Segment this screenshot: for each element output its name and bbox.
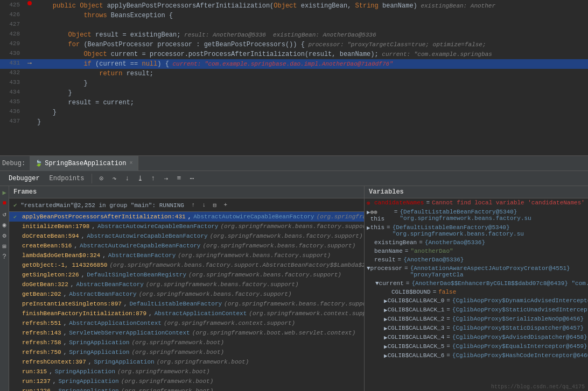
frame-item[interactable]: run:1226, SpringApplication (org.springf… [9, 386, 364, 391]
frame-method: applyBeanPostProcessorsAfterInitializati… [22, 214, 186, 220]
line-content: for (BeanPostProcessor processor : getBe… [35, 40, 588, 49]
frame-class: DefaultListableBeanFactory [129, 301, 222, 307]
expand-icon[interactable] [384, 334, 388, 341]
frame-method: getBean:202 [22, 291, 61, 297]
expand-icon[interactable] [384, 352, 388, 359]
frame-item[interactable]: initializeBean:1798, AbstractAutowireCap… [9, 222, 364, 231]
tab-debugger[interactable]: Debugger [4, 174, 44, 183]
variable-item[interactable]: current = {AnotherDao$$EnhancerByCGLIB$$… [365, 279, 588, 288]
variable-item[interactable]: result = {AnotherDao@5336} [365, 255, 588, 264]
line-gutter: → [24, 59, 35, 67]
frame-item[interactable]: lambda$doGetBean$0:324, AbstractBeanFact… [9, 251, 364, 260]
var-name: CGLIB$CALLBACK_3 [388, 325, 445, 331]
show-execution-point-btn[interactable]: ⊙ [95, 173, 107, 184]
settings-btn[interactable]: ⚙ [0, 231, 9, 240]
expand-icon[interactable] [375, 280, 379, 287]
frame-item[interactable]: refresh:758, SpringApplication (org.spri… [9, 338, 364, 347]
frame-sort-btn[interactable]: + [221, 200, 230, 210]
frame-item[interactable]: doGetBean:322, AbstractBeanFactory (org.… [9, 280, 364, 289]
frames-status: ✔ "restartedMain"@2,252 in group "main":… [13, 202, 184, 209]
evaluate-btn[interactable]: ≡ [173, 173, 185, 184]
step-into-btn[interactable]: ↓ [121, 173, 133, 184]
force-step-into-btn[interactable]: ⤓ [134, 173, 146, 184]
frame-filter-btn[interactable]: ⊟ [210, 200, 220, 210]
variable-item[interactable]: CGLIB$CALLBACK_0 = {CglibAopProxy$Dynami… [365, 296, 588, 305]
memory-btn[interactable]: ⊞ [0, 242, 9, 251]
step-over-btn[interactable]: ↷ [108, 173, 120, 184]
expand-icon[interactable] [384, 325, 388, 332]
tab-close-icon[interactable]: × [129, 160, 132, 166]
error-icon: ⊗ [367, 200, 374, 207]
var-name: CGLIB$CALLBACK_4 [388, 334, 445, 340]
frame-item[interactable]: refreshContext:397, SpringApplication (o… [9, 357, 364, 367]
expand-icon[interactable] [367, 265, 370, 272]
var-name: CGLIB$CALLBACK_1 [388, 307, 445, 313]
mute-btn[interactable]: ◉ [0, 221, 9, 229]
variables-list[interactable]: ⊗ candidateNames = Cannot find local var… [365, 198, 588, 391]
step-out-btn[interactable]: ↑ [147, 173, 159, 184]
frame-method: run:1226 [22, 388, 51, 391]
variable-item[interactable]: ⊗ candidateNames = Cannot find local var… [365, 198, 588, 208]
line-number: 434 [0, 88, 24, 95]
frame-up-btn[interactable]: ↑ [188, 200, 198, 210]
line-number: 435 [0, 98, 24, 105]
var-value: {AnotherDao@5336} [425, 239, 485, 246]
variable-item[interactable]: CGLIB$CALLBACK_4 = {CglibAopProxy$Advise… [365, 333, 588, 342]
frame-item[interactable]: createBean:516, AbstractAutowireCapableB… [9, 241, 364, 251]
var-equals: = [446, 334, 450, 340]
line-number: 431 [0, 59, 24, 66]
frame-item[interactable]: ✔ applyBeanPostProcessorsAfterInitializa… [9, 212, 364, 222]
code-line-436: 436 } [0, 108, 588, 117]
variable-item[interactable]: CGLIB$CALLBACK_2 = {CglibAopProxy$Serial… [365, 315, 588, 324]
expand-icon[interactable] [367, 224, 370, 231]
frame-class: SpringApplication [58, 388, 118, 391]
variable-item[interactable]: beanName = "anotherDao" [365, 247, 588, 255]
var-name: ⊚⊚ this [370, 209, 392, 222]
line-number: 426 [0, 11, 24, 18]
frame-item[interactable]: doCreateBean:594, AbstractAutowireCapabl… [9, 231, 364, 241]
frame-item[interactable]: finishBeanFactoryInitialization:879, Abs… [9, 309, 364, 318]
frame-item[interactable]: getSingleton:226, DefaultSingletonBeanRe… [9, 270, 364, 280]
restart-btn[interactable]: ↺ [0, 210, 9, 218]
run-to-cursor-btn[interactable]: ⇢ [160, 173, 172, 184]
tab-endpoints[interactable]: Endpoints [45, 174, 89, 183]
frame-item[interactable]: refresh:750, SpringApplication (org.spri… [9, 347, 364, 357]
variable-item[interactable]: this = {DefaultListableBeanFactory@5340}… [365, 223, 588, 238]
variable-item[interactable]: CGLIB$BOUND = false [365, 288, 588, 296]
expand-icon[interactable] [384, 307, 388, 314]
frame-item[interactable]: run:315, SpringApplication (org.springfr… [9, 367, 364, 376]
stop-btn[interactable]: ■ [0, 199, 9, 208]
resume-btn[interactable]: ▶ [0, 188, 9, 197]
frame-item[interactable]: getBean:202, AbstractBeanFactory (org.sp… [9, 289, 364, 299]
frame-item[interactable]: preInstantiateSingletons:897, DefaultLis… [9, 299, 364, 309]
expand-icon[interactable] [384, 297, 388, 304]
frame-item[interactable]: refresh:143, ServletWebServerApplication… [9, 328, 364, 338]
expand-icon[interactable] [384, 316, 388, 323]
frames-list[interactable]: ✔ applyBeanPostProcessorsAfterInitializa… [9, 212, 364, 391]
variable-item[interactable]: CGLIB$CALLBACK_3 = {CglibAopProxy$Static… [365, 324, 588, 333]
frame-pkg: (org.springframework.beans.factory.suppo… [139, 291, 292, 297]
help-btn[interactable]: ? [0, 253, 9, 261]
variable-item[interactable]: CGLIB$CALLBACK_1 = {CglibAopProxy$Static… [365, 305, 588, 315]
frame-down-btn[interactable]: ↓ [199, 200, 209, 210]
line-content: } [35, 117, 588, 127]
frame-class: AbstractAutowireCapableBeanFactory [193, 214, 314, 220]
variable-item[interactable]: ⊚⊚ this = {DefaultListableBeanFactory@53… [365, 208, 588, 223]
frame-item[interactable]: run:1237, SpringApplication (org.springf… [9, 376, 364, 386]
frame-pkg: (org.springframework.boot) [121, 378, 214, 385]
frame-pkg: (org.springframework.beans.factory.suppo… [146, 281, 299, 288]
line-number: 433 [0, 79, 24, 86]
watermark: https://blog.csdn.net/qq_4175 [488, 383, 588, 391]
app-tab[interactable]: 🍃 SpringBaseApplication × [30, 156, 138, 171]
variable-item[interactable]: existingBean = {AnotherDao@5336} [365, 238, 588, 247]
variable-item[interactable]: CGLIB$CALLBACK_5 = {CglibAopProxy$Equals… [365, 342, 588, 351]
expand-icon[interactable] [367, 209, 370, 216]
frame-pkg: (org.springframework.beans.factory.suppo… [210, 233, 363, 239]
variable-item[interactable]: CGLIB$CALLBACK_6 = {CglibAopProxy$HashCo… [365, 351, 588, 360]
frame-item[interactable]: refresh:551, AbstractApplicationContext … [9, 318, 364, 328]
expand-icon[interactable] [384, 343, 388, 350]
variable-item[interactable]: processor = {AnnotationAwareAspectJAutoP… [365, 264, 588, 279]
frame-item[interactable]: getObject:-1, 1143266850 (org.springfram… [9, 260, 364, 270]
frame-method: run:1237 [22, 378, 51, 385]
trace-btn[interactable]: ⋯ [186, 173, 198, 184]
